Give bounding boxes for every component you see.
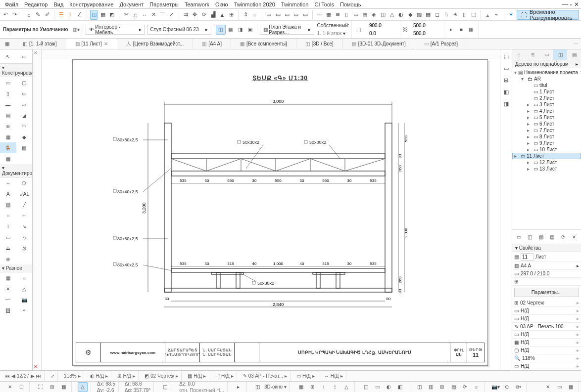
prop-row[interactable]: ▢Н/Д▸ — [512, 347, 581, 354]
opt3-icon[interactable]: ⊞ — [501, 75, 511, 85]
rail-icon[interactable]: ≋ — [334, 10, 341, 20]
parameters-button[interactable]: Параметры... — [514, 288, 579, 297]
sb2-i5-icon[interactable]: △ — [341, 382, 351, 392]
mesh-icon[interactable]: ▦ — [325, 10, 332, 20]
sb2-k6-icon[interactable]: ☼ — [471, 382, 481, 392]
tree-b2-icon[interactable]: ◫ — [525, 232, 534, 242]
sb2-m2-icon[interactable]: ▭ — [554, 382, 564, 392]
layer-dropdown[interactable]: 👁 Интерьер - Мебель ▸ — [86, 25, 145, 35]
rail-tool-icon[interactable]: ≋ — [0, 121, 16, 131]
stair-tool-icon[interactable]: ▤ — [0, 110, 16, 121]
close-icon[interactable]: ✕ — [104, 41, 108, 46]
tree-item[interactable]: ▸▭ 4 Лист — [512, 108, 581, 114]
design-section-title[interactable]: ▾ Конструирова — [0, 64, 32, 77]
menu-edit[interactable]: Редактор — [21, 1, 50, 8]
view-tab[interactable]: ▥[11 Лист]✕ — [66, 39, 117, 49]
nav-prev-icon[interactable]: ◀ — [11, 373, 15, 379]
lamp2-tool-icon[interactable]: ☼ — [16, 272, 33, 283]
split-icon[interactable]: ⎌ — [132, 10, 139, 20]
line-tool-icon[interactable]: ╱ — [16, 199, 33, 210]
default-params-label[interactable]: Параметры по Умолчанию — [0, 27, 71, 32]
menu-teamwork[interactable]: Teamwork — [182, 1, 212, 8]
syringe-icon[interactable]: ✐ — [44, 10, 50, 20]
misc-section-title[interactable]: ▾ Разное — [0, 264, 32, 272]
rotate-icon[interactable]: ⟳ — [200, 10, 207, 20]
nav-tab2[interactable]: ⎘ — [526, 49, 540, 60]
tree-item[interactable]: ▸▭ 8 Лист — [512, 133, 581, 140]
arc-tool-icon[interactable]: ⌣ — [16, 210, 33, 221]
zone-icon[interactable]: ▧ — [416, 10, 423, 20]
pick-icon[interactable]: ⌕ — [25, 10, 32, 20]
sb2-k3-icon[interactable]: ⊞ — [437, 382, 447, 392]
tree-item[interactable]: ▸▭ 9 Лист — [512, 140, 581, 146]
tree-b5-icon[interactable]: ⟳ — [558, 232, 568, 242]
s1-g-icon[interactable]: ▭ — [296, 373, 301, 379]
layout-strategy-icon[interactable]: ▦ — [2, 39, 12, 49]
move-icon[interactable]: ✥ — [192, 10, 198, 20]
opt2-icon[interactable]: ▭ — [501, 63, 511, 73]
mat2-icon[interactable]: ▦ — [466, 25, 476, 35]
drawing-tool-icon[interactable]: ▭ — [0, 232, 16, 243]
zoom-value[interactable]: 118% — [64, 373, 77, 379]
tabs-overflow-icon[interactable]: ⋯ — [571, 39, 581, 49]
camera2-tool-icon[interactable]: ⌖ — [16, 305, 33, 316]
morph-icon[interactable]: ◆ — [406, 10, 413, 20]
snap-guide-icon[interactable]: ◩ — [108, 10, 115, 20]
curtain-icon[interactable]: ▦ — [425, 10, 432, 20]
anchor-icon[interactable]: ⬚ — [354, 25, 364, 35]
elevate-icon[interactable]: ▲ — [219, 10, 226, 20]
window-tool-icon[interactable]: ▭ — [16, 88, 33, 99]
coord-y1-input[interactable] — [412, 22, 442, 29]
view-tab[interactable]: 人[Центр Взаимодейст... — [117, 39, 194, 49]
nav-tab1[interactable]: ⌂ — [512, 49, 526, 60]
curtain-tool-icon[interactable]: ▦ — [0, 131, 16, 142]
menu-tm20[interactable]: Twinmotion 2020 — [231, 1, 278, 8]
view-tab[interactable]: ◫[3D / Все] — [296, 39, 343, 49]
dist-icon[interactable]: ⇕ — [242, 10, 249, 20]
mirror-icon[interactable]: ▟ — [209, 10, 216, 20]
grp-3-icon[interactable]: ▭ — [284, 10, 290, 20]
s1-a-icon[interactable]: ◐ — [90, 373, 95, 379]
polyline-tool-icon[interactable]: ⌇ — [0, 221, 16, 232]
view-tab[interactable]: ▦[Все компоненты] — [231, 39, 296, 49]
spline-tool-icon[interactable]: ∿ — [16, 221, 33, 232]
fill-tool-icon[interactable]: ▨ — [0, 199, 16, 210]
tree-item[interactable]: ▸▭ 11 Лист — [512, 153, 581, 159]
tree-item[interactable]: ▸▭ 6 Лист — [512, 121, 581, 127]
hotspot-tool-icon[interactable]: ✕ — [0, 283, 16, 294]
explode-icon[interactable]: ✶ — [508, 10, 515, 20]
prop-row[interactable]: ⊞02 Чертеж▸ — [512, 299, 581, 307]
persp-icon[interactable]: ▣ — [245, 25, 255, 35]
coord-y2-input[interactable] — [412, 30, 442, 37]
column-tool-icon[interactable]: ▯ — [0, 88, 16, 99]
slab-icon[interactable]: ◈ — [370, 10, 377, 20]
menu-view[interactable]: Вид — [50, 1, 66, 8]
change-tool-icon[interactable]: 〰 — [0, 294, 16, 305]
nav-tab5[interactable]: ▤ — [567, 49, 581, 60]
menu-tm[interactable]: Twinmotion — [278, 1, 312, 8]
menu-design[interactable]: Конструирование — [66, 1, 116, 8]
detail-tool-icon[interactable]: ⊕ — [0, 254, 16, 264]
offset-icon[interactable]: ⇉ — [182, 10, 189, 20]
opt5-icon[interactable]: ◨ — [501, 99, 511, 109]
view-tab[interactable]: ▭[A/1 Разрез] — [415, 39, 467, 49]
s1-b-icon[interactable]: ⊞ — [117, 373, 121, 379]
door-tool-icon[interactable]: ▢ — [16, 77, 33, 88]
sb2-5-icon[interactable]: ▦ — [58, 382, 68, 392]
sb2-k2-icon[interactable]: ▥ — [426, 382, 436, 392]
menu-help[interactable]: Помощь — [337, 1, 364, 8]
tree-b6-icon[interactable]: ✕ — [570, 232, 579, 242]
angle-icon[interactable]: ∠ — [76, 10, 83, 20]
status-pen[interactable]: 03 AP - Печат... — [248, 373, 283, 379]
grp-2-icon[interactable]: ▭ — [275, 10, 282, 20]
layer-icon[interactable]: ▥▾ — [71, 25, 81, 35]
prop-row[interactable]: ▭Н/Д▸ — [512, 331, 581, 339]
grp-1-icon[interactable]: ▭ — [265, 10, 272, 20]
s1-h-icon[interactable]: ↔ — [324, 373, 329, 379]
sb2-i3-icon[interactable]: ↕ — [319, 382, 329, 392]
sb2-i4-icon[interactable]: ⟟ — [330, 382, 340, 392]
snap-geo-icon[interactable]: ◫ — [90, 10, 97, 20]
sb2-arrow-icon[interactable]: ▸ — [234, 382, 243, 392]
prop-row[interactable]: ▭Н/Д▸ — [512, 362, 581, 370]
mesh-tool-icon[interactable]: ▩ — [0, 153, 16, 164]
